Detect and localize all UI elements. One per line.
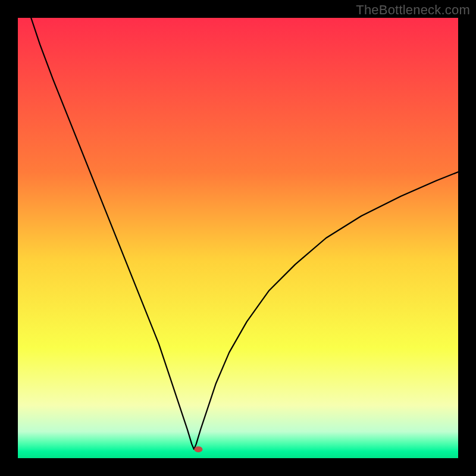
chart-background	[18, 18, 458, 458]
watermark-text: TheBottleneck.com	[356, 2, 470, 18]
bottleneck-chart	[18, 18, 458, 458]
chart-frame: TheBottleneck.com	[0, 0, 476, 476]
plot-area	[18, 18, 458, 458]
optimal-marker	[194, 446, 202, 452]
